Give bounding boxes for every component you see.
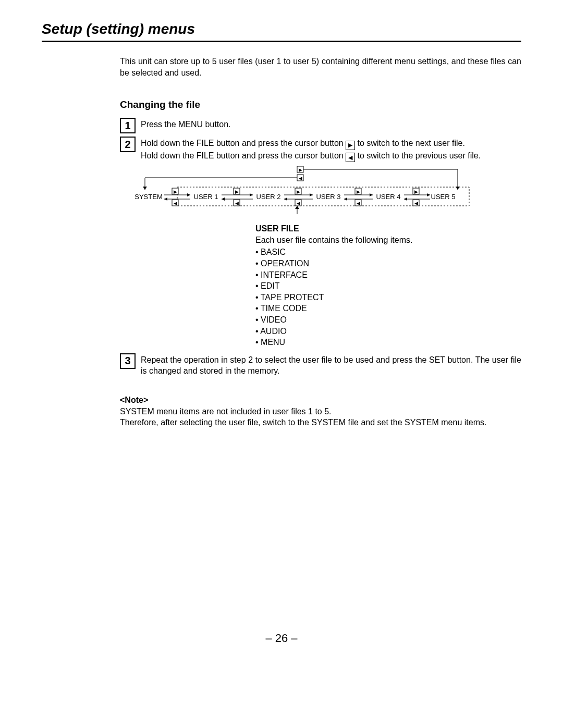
- diagram-node-user4: USER 4: [376, 193, 401, 201]
- svg-text:◀: ◀: [357, 201, 360, 206]
- user-file-item: EDIT: [255, 280, 521, 292]
- diagram-node-user5: USER 5: [431, 193, 456, 201]
- svg-text:▶: ▶: [235, 189, 239, 194]
- page-number: – 26 –: [42, 632, 521, 645]
- user-file-item: VIDEO: [255, 314, 521, 326]
- step2-line1-post: to switch to the next user file.: [355, 139, 465, 147]
- cursor-right-icon: ▶: [346, 141, 355, 150]
- svg-text:◀: ◀: [297, 201, 300, 206]
- svg-text:▶: ▶: [297, 189, 300, 194]
- user-file-title: USER FILE: [255, 223, 521, 235]
- svg-marker-17: [250, 193, 253, 196]
- svg-marker-25: [310, 193, 313, 196]
- svg-marker-27: [284, 198, 287, 201]
- note-line1: SYSTEM menu items are not included in us…: [120, 406, 521, 417]
- step-2: 2 Hold down the FILE button and press th…: [120, 137, 521, 162]
- intro-text: This unit can store up to 5 user files (…: [120, 56, 521, 78]
- svg-marker-43: [404, 198, 407, 201]
- step-2-number: 2: [120, 137, 136, 152]
- note-line2: Therefore, after selecting the user file…: [120, 417, 521, 428]
- note-label: <Note>: [120, 394, 521, 406]
- svg-marker-33: [370, 193, 373, 196]
- svg-text:◀: ◀: [414, 201, 418, 206]
- user-file-desc: Each user file contains the following it…: [255, 235, 521, 246]
- svg-marker-41: [427, 193, 430, 196]
- user-file-item: TIME CODE: [255, 303, 521, 314]
- user-file-item: INTERFACE: [255, 269, 521, 281]
- step-3-text: Repeat the operation in step 2 to select…: [141, 353, 521, 377]
- step-2-text: Hold down the FILE button and press the …: [141, 137, 521, 162]
- user-file-item: OPERATION: [255, 258, 521, 269]
- diagram-node-user2: USER 2: [256, 193, 281, 201]
- svg-text:◀: ◀: [299, 176, 302, 181]
- step-3: 3 Repeat the operation in step 2 to sele…: [120, 353, 521, 377]
- step-1: 1 Press the MENU button.: [120, 118, 521, 133]
- sub-heading: Changing the file: [120, 99, 521, 110]
- cursor-left-icon: ◀: [346, 153, 355, 162]
- diagram-node-system: SYSTEM: [134, 193, 162, 201]
- user-file-item: MENU: [255, 337, 521, 348]
- diagram-node-user3: USER 3: [316, 193, 341, 201]
- svg-text:▶: ▶: [357, 189, 360, 194]
- note-block: <Note> SYSTEM menu items are not include…: [120, 394, 521, 428]
- svg-text:◀: ◀: [235, 201, 239, 206]
- step-3-number: 3: [120, 353, 136, 369]
- user-file-item: TAPE PROTECT: [255, 292, 521, 303]
- svg-marker-49: [295, 206, 299, 209]
- svg-marker-11: [164, 198, 167, 201]
- step2-line1-pre: Hold down the FILE button and press the …: [141, 139, 346, 147]
- svg-marker-9: [187, 193, 190, 196]
- user-file-item: BASIC: [255, 246, 521, 258]
- svg-marker-35: [344, 198, 347, 201]
- step-1-text: Press the MENU button.: [141, 118, 521, 133]
- svg-text:▶: ▶: [299, 167, 302, 172]
- svg-marker-19: [222, 198, 225, 201]
- page-title: Setup (setting) menus: [42, 21, 521, 42]
- svg-text:◀: ◀: [174, 201, 177, 206]
- user-file-item: AUDIO: [255, 326, 521, 337]
- step-1-number: 1: [120, 118, 136, 133]
- user-file-block: USER FILE Each user file contains the fo…: [255, 223, 521, 348]
- svg-marker-5: [143, 187, 147, 190]
- step2-line2-pre: Hold down the FILE button and press the …: [141, 151, 346, 160]
- step2-line2-post: to switch to the previous user file.: [355, 151, 481, 160]
- diagram-node-user1: USER 1: [194, 193, 218, 201]
- svg-text:▶: ▶: [414, 189, 418, 194]
- svg-text:▶: ▶: [174, 189, 177, 194]
- file-navigation-diagram: ▶ ◀ SYSTEM USER 1 USER 2 USER 3 USER 4 U…: [120, 166, 521, 218]
